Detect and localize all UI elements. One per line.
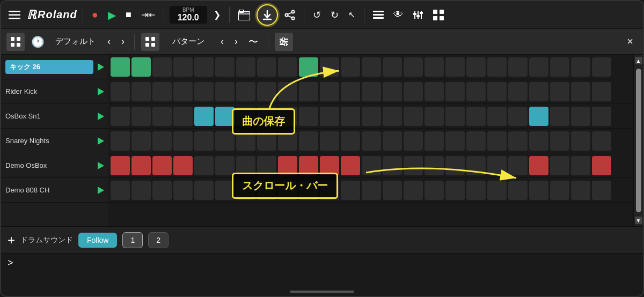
beat-cell[interactable]: [152, 57, 172, 77]
beat-cell[interactable]: [529, 181, 548, 200]
grid-view-button[interactable]: [430, 8, 447, 23]
beat-cell[interactable]: [320, 82, 339, 101]
pattern-type-button[interactable]: [141, 33, 159, 51]
beat-cell[interactable]: [592, 181, 611, 200]
beat-cell[interactable]: [487, 131, 507, 151]
beat-cell[interactable]: [571, 107, 590, 126]
beat-cell[interactable]: [194, 82, 214, 101]
beat-cell[interactable]: [299, 107, 318, 126]
beat-cell[interactable]: [320, 57, 339, 77]
beat-cell[interactable]: [383, 82, 402, 101]
beat-cell[interactable]: [571, 181, 590, 200]
track-play-icon[interactable]: [98, 187, 104, 194]
beat-cell[interactable]: [320, 131, 339, 151]
share-button[interactable]: [281, 8, 298, 23]
beat-cell[interactable]: [173, 107, 193, 126]
beat-cell[interactable]: [341, 156, 360, 175]
beat-cell[interactable]: [550, 107, 569, 126]
scroll-down-arrow[interactable]: ▼: [635, 217, 642, 224]
beat-cell[interactable]: [508, 57, 528, 77]
pattern-next-button[interactable]: ›: [231, 35, 241, 48]
beat-cell[interactable]: [111, 57, 130, 77]
beat-cell[interactable]: [152, 156, 172, 175]
beat-cell[interactable]: [236, 131, 255, 151]
beat-cell[interactable]: [215, 57, 235, 77]
beat-cell[interactable]: [341, 57, 360, 77]
beat-cell[interactable]: [278, 181, 297, 200]
track-row[interactable]: Snarey Nights: [1, 129, 108, 153]
beat-cell[interactable]: [508, 156, 528, 175]
undo-button[interactable]: ↺: [310, 7, 324, 23]
beat-cell[interactable]: [111, 131, 130, 151]
track-row[interactable]: Demo 808 CH: [1, 178, 108, 203]
add-drum-sound-button[interactable]: +: [8, 233, 15, 248]
beat-cell[interactable]: [131, 181, 151, 200]
page-2-button[interactable]: 2: [148, 232, 169, 248]
beat-cell[interactable]: [111, 107, 130, 126]
beat-cell[interactable]: [529, 57, 548, 77]
beat-cell[interactable]: [550, 181, 569, 200]
stop-button[interactable]: ■: [122, 7, 135, 23]
beat-cell[interactable]: [299, 156, 318, 175]
beat-cell[interactable]: [111, 156, 130, 175]
visibility-button[interactable]: 👁: [390, 7, 406, 23]
track-play-icon[interactable]: [98, 113, 104, 120]
beat-cell[interactable]: [445, 131, 465, 151]
pattern-prev-button[interactable]: ‹: [217, 35, 227, 48]
beat-cell[interactable]: [131, 57, 151, 77]
track-row[interactable]: OsBox Sn1: [1, 104, 108, 129]
beat-cell[interactable]: [550, 57, 569, 77]
beat-cell[interactable]: [487, 82, 507, 101]
beat-cell[interactable]: [466, 107, 486, 126]
beat-cell[interactable]: [341, 82, 360, 101]
beat-cell[interactable]: [320, 181, 339, 200]
beat-cell[interactable]: [257, 181, 276, 200]
beat-cell[interactable]: [425, 181, 444, 200]
play-button[interactable]: ▶: [105, 6, 119, 24]
beat-cell[interactable]: [466, 131, 486, 151]
beat-cell[interactable]: [425, 131, 444, 151]
beat-cell[interactable]: [592, 131, 611, 151]
page-1-button[interactable]: 1: [122, 232, 143, 248]
beat-cell[interactable]: [529, 107, 548, 126]
beat-cell[interactable]: [445, 57, 465, 77]
chevron-button[interactable]: >: [8, 257, 13, 269]
beat-cell[interactable]: [571, 156, 590, 175]
beat-cell[interactable]: [278, 131, 297, 151]
beat-cell[interactable]: [592, 82, 611, 101]
beat-cell[interactable]: [194, 156, 214, 175]
beat-cell[interactable]: [215, 156, 235, 175]
beat-cell[interactable]: [278, 82, 297, 101]
beat-cell[interactable]: [383, 57, 402, 77]
track-play-icon[interactable]: [98, 137, 104, 145]
beat-cell[interactable]: [362, 181, 381, 200]
beat-cell[interactable]: [320, 156, 339, 175]
beat-cell[interactable]: [445, 181, 465, 200]
beat-cell[interactable]: [278, 107, 297, 126]
beat-cell[interactable]: [425, 107, 444, 126]
track-row[interactable]: キック 26: [1, 55, 108, 79]
beat-cell[interactable]: [592, 107, 611, 126]
beat-cell[interactable]: [131, 82, 151, 101]
scroll-up-arrow[interactable]: ▲: [635, 57, 642, 64]
beat-cell[interactable]: [404, 57, 423, 77]
bpm-forward-button[interactable]: ❯: [210, 8, 224, 22]
beat-cell[interactable]: [152, 181, 172, 200]
beat-cell[interactable]: [111, 181, 130, 200]
beat-cell[interactable]: [571, 82, 590, 101]
beat-cell[interactable]: [194, 107, 214, 126]
beat-cell[interactable]: [194, 57, 214, 77]
beat-cell[interactable]: [466, 156, 486, 175]
beat-cell[interactable]: [425, 57, 444, 77]
beat-cell[interactable]: [257, 156, 276, 175]
beat-cell[interactable]: [236, 156, 255, 175]
beat-cell[interactable]: [487, 57, 507, 77]
track-row[interactable]: Rider Kick: [1, 79, 108, 104]
beat-cell[interactable]: [404, 131, 423, 151]
beat-cell[interactable]: [194, 131, 214, 151]
beat-cell[interactable]: [383, 107, 402, 126]
beat-cell[interactable]: [215, 82, 235, 101]
bpm-display[interactable]: BPM 120.0: [170, 6, 207, 24]
beat-cell[interactable]: [152, 131, 172, 151]
redo-button[interactable]: ↻: [327, 7, 342, 23]
